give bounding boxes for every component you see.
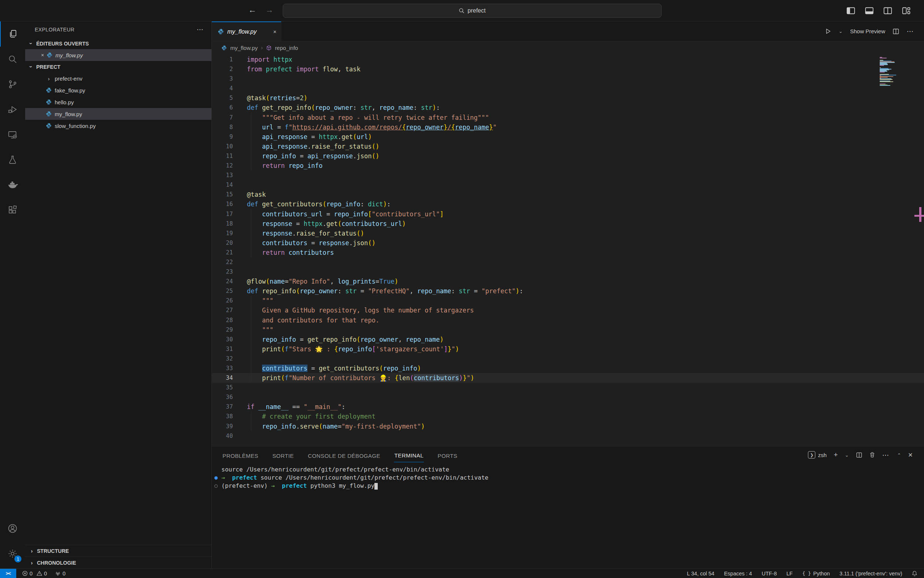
code-line[interactable]: 25def repo_info(repo_owner: str = "Prefe…: [212, 286, 924, 296]
code-line[interactable]: 36: [212, 392, 924, 402]
code-line[interactable]: 22: [212, 257, 924, 267]
terminal-output[interactable]: source /Users/henricourdent/git/prefect/…: [212, 463, 924, 490]
breadcrumb-symbol[interactable]: repo_info: [275, 45, 298, 51]
open-editors-section[interactable]: › ÉDITEURS OUVERTS: [25, 38, 211, 49]
bell-icon[interactable]: [912, 571, 918, 576]
status-item[interactable]: UTF-8: [762, 571, 777, 576]
customize-layout-icon[interactable]: [902, 6, 911, 15]
sidebar-item-search[interactable]: [0, 47, 25, 72]
file-tree-item-hello-py[interactable]: hello.py: [25, 96, 211, 108]
run-file-icon[interactable]: [825, 28, 831, 34]
panel-tab-ports[interactable]: PORTS: [437, 448, 458, 462]
code-line[interactable]: 40: [212, 431, 924, 441]
code-line[interactable]: 20 contributors = response.json(): [212, 238, 924, 248]
split-editor-icon[interactable]: [893, 28, 899, 35]
file-tree-item-fake_flow-py[interactable]: fake_flow.py: [25, 84, 211, 96]
code-line[interactable]: 2from prefect import flow, task: [212, 64, 924, 74]
code-editor[interactable]: 1import httpx2from prefect import flow, …: [212, 54, 924, 446]
code-line[interactable]: 34 print(f"Number of contributors 👷: {le…: [212, 373, 924, 383]
explorer-more-actions-icon[interactable]: ⋯: [197, 26, 204, 34]
command-center-search[interactable]: prefect: [283, 4, 662, 18]
code-line[interactable]: 30 repo_info = get_repo_info(repo_owner,…: [212, 334, 924, 344]
breadcrumb-file[interactable]: my_flow.py: [230, 45, 257, 51]
code-line[interactable]: 17 contributors_url = repo_info["contrib…: [212, 209, 924, 219]
code-line[interactable]: 23: [212, 267, 924, 277]
code-line[interactable]: 5@task(retries=2): [212, 93, 924, 103]
command-decoration-icon[interactable]: [214, 484, 218, 488]
status-item[interactable]: Espaces : 4: [724, 571, 752, 576]
show-preview-button[interactable]: Show Preview: [850, 28, 885, 34]
code-line[interactable]: 39 repo_info.serve(name="my-first-deploy…: [212, 422, 924, 431]
sidebar-section-chronologie[interactable]: ›CHRONOLOGIE: [25, 557, 211, 568]
panel-tab-terminal[interactable]: TERMINAL: [394, 448, 424, 462]
code-line[interactable]: 27 Given a GitHub repository, logs the n…: [212, 305, 924, 315]
file-tree-item-prefect-env[interactable]: ›prefect-env: [25, 73, 211, 84]
code-line[interactable]: 11 repo_info = api_response.json(): [212, 151, 924, 161]
split-terminal-icon[interactable]: [856, 452, 862, 458]
code-line[interactable]: 37if __name__ == "__main__":: [212, 402, 924, 412]
code-line[interactable]: 18 response = httpx.get(contributors_url…: [212, 219, 924, 229]
terminal-dropdown-icon[interactable]: ⌄: [845, 452, 849, 458]
code-line[interactable]: 33 contributors = get_contributors(repo_…: [212, 364, 924, 373]
code-line[interactable]: 15@task: [212, 190, 924, 199]
remote-indicator[interactable]: ><: [0, 569, 16, 578]
code-line[interactable]: 7 """Get info about a repo - will retry …: [212, 113, 924, 122]
code-line[interactable]: 10 api_response.raise_for_status(): [212, 142, 924, 151]
code-line[interactable]: 31 print(f"Stars 🌟 : {repo_info['stargaz…: [212, 344, 924, 354]
panel-more-actions-icon[interactable]: ⋯: [882, 451, 890, 459]
sidebar-item-source-control[interactable]: [0, 72, 25, 97]
file-tree-item-my_flow-py[interactable]: my_flow.py: [25, 108, 211, 120]
status-item[interactable]: LF: [786, 571, 793, 576]
project-section[interactable]: › PREFECT: [25, 61, 211, 73]
sidebar-item-testing[interactable]: [0, 147, 25, 172]
sidebar-item-run-debug[interactable]: [0, 97, 25, 122]
code-line[interactable]: 14: [212, 180, 924, 190]
code-line[interactable]: 6def get_repo_info(repo_owner: str, repo…: [212, 103, 924, 112]
tab-my-flow[interactable]: my_flow.py ×: [212, 21, 281, 41]
code-line[interactable]: 16def get_contributors(repo_info: dict):: [212, 199, 924, 209]
status-item[interactable]: 3.11.1 ('prefect-env': venv): [839, 571, 902, 576]
close-panel-icon[interactable]: ✕: [908, 451, 913, 459]
code-line[interactable]: 28 and contributors for that repo.: [212, 315, 924, 325]
nav-forward-icon[interactable]: →: [264, 5, 275, 15]
sidebar-section-structure[interactable]: ›STRUCTURE: [25, 545, 211, 557]
code-line[interactable]: 32: [212, 354, 924, 364]
status-item[interactable]: L 34, col 54: [687, 571, 714, 576]
open-editor-item[interactable]: ×my_flow.py: [25, 49, 211, 61]
panel-tab-probl-mes[interactable]: PROBLÈMES: [222, 448, 259, 462]
command-decoration-icon[interactable]: [214, 476, 218, 480]
code-line[interactable]: 13: [212, 170, 924, 180]
status-item[interactable]: { }Python: [803, 571, 830, 576]
code-line[interactable]: 35: [212, 383, 924, 392]
toggle-secondary-sidebar-icon[interactable]: [884, 6, 892, 15]
sidebar-item-extensions[interactable]: [0, 198, 25, 222]
code-line[interactable]: 29 """: [212, 325, 924, 334]
run-dropdown-icon[interactable]: ⌄: [838, 28, 843, 34]
panel-tab-console-de-d-bogage[interactable]: CONSOLE DE DÉBOGAGE: [307, 448, 381, 462]
settings-button[interactable]: 1: [0, 541, 25, 566]
sidebar-item-remote-explorer[interactable]: [0, 122, 25, 147]
tab-close-icon[interactable]: ×: [273, 28, 277, 35]
maximize-panel-icon[interactable]: ⌄: [897, 452, 901, 458]
panel-tab-sortie[interactable]: SORTIE: [272, 448, 294, 462]
editor-more-actions-icon[interactable]: ⋯: [907, 27, 914, 36]
code-line[interactable]: 19 response.raise_for_status(): [212, 229, 924, 238]
close-editor-icon[interactable]: ×: [39, 52, 47, 58]
file-tree-item-slow_function-py[interactable]: slow_function.py: [25, 120, 211, 132]
sidebar-item-explorer[interactable]: [0, 21, 25, 47]
code-line[interactable]: 9 api_response = httpx.get(url): [212, 132, 924, 142]
code-line[interactable]: 8 url = f"https://api.github.com/repos/{…: [212, 122, 924, 132]
code-line[interactable]: 12 return repo_info: [212, 161, 924, 170]
terminal-shell-selector[interactable]: ❯ zsh: [808, 451, 827, 459]
code-line[interactable]: 21 return contributors: [212, 248, 924, 257]
code-line[interactable]: 38 # create your first deployment: [212, 412, 924, 421]
minimap[interactable]: [880, 57, 910, 86]
code-line[interactable]: 4: [212, 84, 924, 93]
code-line[interactable]: 26 """: [212, 296, 924, 305]
code-line[interactable]: 1import httpx: [212, 55, 924, 64]
code-line[interactable]: 24@flow(name="Repo Info", log_prints=Tru…: [212, 277, 924, 286]
kill-terminal-trash-icon[interactable]: [869, 452, 875, 458]
toggle-sidebar-icon[interactable]: [846, 6, 855, 15]
account-button[interactable]: [0, 516, 25, 541]
nav-back-icon[interactable]: ←: [247, 5, 258, 15]
